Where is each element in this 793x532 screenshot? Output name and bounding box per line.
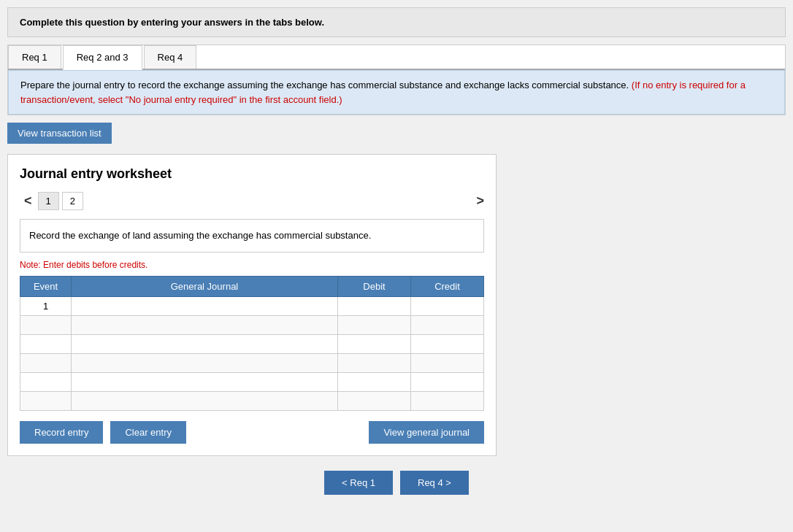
instruction-box: Prepare the journal entry to record the … [8, 70, 785, 115]
credit-input[interactable] [411, 373, 483, 391]
tabs-row: Req 1 Req 2 and 3 Req 4 [8, 45, 785, 70]
page-2-button[interactable]: 2 [62, 192, 83, 210]
table-row: 1 [20, 296, 484, 315]
event-cell [20, 334, 72, 353]
view-general-journal-button[interactable]: View general journal [369, 421, 484, 444]
event-cell: 1 [20, 296, 72, 315]
debit-cell [338, 315, 411, 334]
col-header-event: Event [20, 276, 72, 296]
description-box: Record the exchange of land assuming the… [20, 219, 484, 252]
debit-cell [338, 391, 411, 410]
debit-input[interactable] [338, 316, 410, 334]
col-header-debit: Debit [338, 276, 411, 296]
event-cell [20, 391, 72, 410]
credit-cell [411, 334, 484, 353]
event-cell [20, 372, 72, 391]
page-1-button[interactable]: 1 [38, 192, 59, 210]
worksheet-title: Journal entry worksheet [20, 166, 484, 182]
col-header-credit: Credit [411, 276, 484, 296]
journal-input[interactable] [72, 373, 337, 391]
journal-cell [72, 391, 338, 410]
note-text: Note: Enter debits before credits. [20, 260, 484, 270]
instruction-text: Complete this question by entering your … [20, 17, 324, 28]
debit-input[interactable] [338, 392, 410, 410]
clear-entry-button[interactable]: Clear entry [110, 421, 186, 444]
debit-input[interactable] [338, 373, 410, 391]
col-header-general-journal: General Journal [72, 276, 338, 296]
credit-cell [411, 372, 484, 391]
journal-input[interactable] [72, 392, 337, 410]
description-text: Record the exchange of land assuming the… [29, 230, 371, 241]
journal-table: Event General Journal Debit Credit 1 [20, 276, 484, 411]
table-row [20, 315, 484, 334]
credit-cell [411, 391, 484, 410]
action-buttons-row: Record entry Clear entry View general jo… [20, 421, 484, 444]
credit-input[interactable] [411, 335, 483, 353]
debit-cell [338, 372, 411, 391]
page-nav-row: < 1 2 > [20, 192, 484, 210]
prev-page-arrow[interactable]: < [20, 192, 37, 210]
credit-input[interactable] [411, 297, 483, 315]
journal-cell [72, 372, 338, 391]
event-cell [20, 315, 72, 334]
prev-section-button[interactable]: < Req 1 [324, 471, 393, 495]
journal-cell [72, 296, 338, 315]
top-instruction: Complete this question by entering your … [7, 7, 786, 37]
record-entry-button[interactable]: Record entry [20, 421, 103, 444]
credit-cell [411, 315, 484, 334]
credit-input[interactable] [411, 316, 483, 334]
bottom-nav: < Req 1 Req 4 > [7, 471, 786, 495]
table-row [20, 353, 484, 372]
credit-cell [411, 353, 484, 372]
event-cell [20, 353, 72, 372]
next-page-arrow[interactable]: > [476, 193, 484, 209]
credit-input[interactable] [411, 392, 483, 410]
debit-input[interactable] [338, 335, 410, 353]
journal-cell [72, 334, 338, 353]
debit-cell [338, 296, 411, 315]
tabs-container: Req 1 Req 2 and 3 Req 4 Prepare the jour… [7, 45, 786, 115]
credit-cell [411, 296, 484, 315]
table-row [20, 334, 484, 353]
worksheet-container: Journal entry worksheet < 1 2 > Record t… [7, 154, 497, 456]
debit-input[interactable] [338, 297, 410, 315]
table-row [20, 391, 484, 410]
credit-input[interactable] [411, 354, 483, 372]
tab-req2and3[interactable]: Req 2 and 3 [63, 45, 142, 70]
journal-input[interactable] [72, 354, 337, 372]
table-row [20, 372, 484, 391]
journal-cell [72, 353, 338, 372]
debit-cell [338, 353, 411, 372]
instruction-main-text: Prepare the journal entry to record the … [20, 80, 629, 90]
tab-req1[interactable]: Req 1 [8, 45, 61, 69]
debit-input[interactable] [338, 354, 410, 372]
tab-req4[interactable]: Req 4 [144, 45, 197, 69]
view-transaction-button[interactable]: View transaction list [7, 123, 112, 144]
journal-input[interactable] [72, 335, 337, 353]
journal-input[interactable] [72, 297, 337, 315]
journal-cell [72, 315, 338, 334]
next-section-button[interactable]: Req 4 > [400, 471, 469, 495]
debit-cell [338, 334, 411, 353]
journal-input[interactable] [72, 316, 337, 334]
